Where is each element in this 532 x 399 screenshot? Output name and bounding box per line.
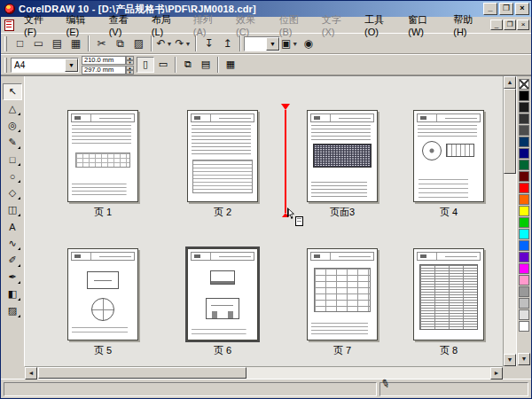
paper-height-value[interactable]: 297.0 mm [82,66,126,74]
page-6-thumbnail[interactable] [187,248,258,340]
spin-down-icon[interactable]: ▼ [126,70,134,74]
all-pages-button[interactable]: ⧉ [179,57,197,73]
text-tool[interactable]: A [3,218,22,235]
color-swatch[interactable] [519,206,529,216]
color-swatch[interactable] [519,194,529,205]
page-1-thumbnail[interactable] [67,110,138,202]
shape-tool[interactable]: △ [3,100,22,117]
color-swatch[interactable] [519,102,529,113]
dropdown-arrow-icon[interactable]: ▼ [167,41,173,47]
page-6-label[interactable]: 页 6 [187,344,258,357]
horizontal-scroll-track[interactable] [37,367,490,379]
page-8-thumbnail[interactable] [413,248,484,340]
redo-button[interactable]: ↷ ▼ [174,35,192,52]
pick-tool[interactable]: ↖ [3,83,22,100]
zoom-tool[interactable]: ◎ [3,117,22,134]
undo-button[interactable]: ↶ ▼ [155,35,174,52]
open-button[interactable]: ▭ [29,35,48,52]
palette-scroll-down-button[interactable]: ▼ [518,353,530,365]
color-swatch[interactable] [519,309,529,320]
page-3-label[interactable]: 页面3 [307,206,378,219]
color-swatch[interactable] [519,137,529,147]
menu-text[interactable]: 文字(X) [316,12,358,38]
color-swatch[interactable] [519,148,529,159]
paper-size-combo[interactable]: A4 ▼ [11,58,79,73]
fill-tool[interactable]: ◧ [3,286,22,302]
page-4-thumbnail[interactable] [413,110,484,202]
vertical-scrollbar[interactable]: ▲ ▼ [503,76,516,366]
color-swatch[interactable] [519,90,529,101]
page-5-thumbnail[interactable] [67,248,138,340]
close-button[interactable]: × [515,3,529,15]
page-2-thumbnail[interactable] [187,110,258,202]
document-restore-button[interactable]: ❐ [504,20,516,30]
copy-button[interactable]: ⧉ [111,35,129,52]
polygon-tool[interactable]: ◇ [3,184,22,201]
corel-online-button[interactable]: ◉ [299,35,317,52]
page-8-label[interactable]: 页 8 [413,344,484,357]
scroll-down-button[interactable]: ▼ [504,354,516,366]
color-swatch[interactable] [519,160,529,170]
color-swatch[interactable] [519,263,529,274]
export-button[interactable]: ↥ [218,35,237,52]
options-button[interactable]: ▦ [222,57,239,73]
save-button[interactable]: ▤ [48,35,66,52]
paste-button[interactable]: ▨ [129,35,148,52]
eyedropper-tool[interactable]: ✐ [3,252,22,269]
dropdown-arrow-icon[interactable]: ▼ [292,41,298,47]
page-4-label[interactable]: 页 4 [413,206,484,219]
color-swatch[interactable] [519,286,529,297]
portrait-button[interactable]: ▯ [137,57,154,73]
menu-help[interactable]: 帮助(H) [447,12,490,38]
horizontal-scrollbar[interactable]: ◄ ► [25,366,503,379]
color-swatch[interactable] [519,171,529,182]
restore-button[interactable]: ❐ [499,3,513,15]
document-icon[interactable] [4,20,14,31]
scroll-right-button[interactable]: ► [490,367,503,379]
rectangle-tool[interactable]: □ [3,151,22,168]
color-swatch[interactable] [519,125,529,136]
scroll-up-button[interactable]: ▲ [504,76,516,89]
page-5-label[interactable]: 页 5 [67,344,138,357]
cut-button[interactable]: ✂ [92,35,111,52]
color-swatch[interactable] [519,183,529,193]
paper-width-value[interactable]: 210.0 mm [82,56,126,65]
chevron-down-icon[interactable]: ▼ [65,59,78,72]
document-minimize-button[interactable]: _ [490,20,503,30]
spin-down-icon[interactable]: ▼ [126,60,134,65]
print-button[interactable]: ▦ [66,35,85,52]
scroll-left-button[interactable]: ◄ [25,367,37,379]
color-swatch[interactable] [519,217,529,228]
page-1-label[interactable]: 页 1 [67,206,138,219]
interactive-fill-tool[interactable]: ▨ [3,302,22,319]
color-swatch[interactable] [519,252,529,262]
page-2-label[interactable]: 页 2 [187,206,258,219]
page-sorter-canvas[interactable]: 页 1 页 2 页面3 页 4 [25,76,503,366]
landscape-button[interactable]: ▭ [154,57,172,73]
no-color-swatch[interactable] [519,79,529,90]
page-7-thumbnail[interactable] [307,248,378,340]
import-button[interactable]: ↧ [200,35,218,52]
color-swatch[interactable] [519,113,529,124]
document-close-button[interactable]: × [517,20,529,30]
property-bar-grip[interactable] [4,58,7,73]
new-button[interactable]: □ [11,35,29,52]
toolbar-grip[interactable] [4,36,7,51]
application-launcher-button[interactable]: ▣ ▼ [280,35,299,52]
freehand-tool[interactable]: ✎ [3,134,22,151]
menu-window[interactable]: 窗口(W) [402,12,447,38]
vertical-scroll-thumb[interactable] [504,89,516,174]
chevron-down-icon[interactable]: ▼ [266,37,279,51]
color-swatch[interactable] [519,298,529,309]
page-3-thumbnail[interactable] [307,110,378,202]
interactive-blend-tool[interactable]: ∿ [3,235,22,252]
color-swatch[interactable] [519,240,529,251]
page-7-label[interactable]: 页 7 [307,344,378,357]
coreldraw-app-icon[interactable] [4,4,15,14]
paper-width-spinner[interactable]: 210.0 mm ▲▼ [82,56,134,65]
menu-tools[interactable]: 工具(O) [358,12,402,38]
basic-shapes-tool[interactable]: ◫ [3,201,22,218]
current-page-button[interactable]: ▤ [197,57,215,73]
vertical-scroll-track[interactable] [504,89,516,354]
ellipse-tool[interactable]: ○ [3,168,22,184]
